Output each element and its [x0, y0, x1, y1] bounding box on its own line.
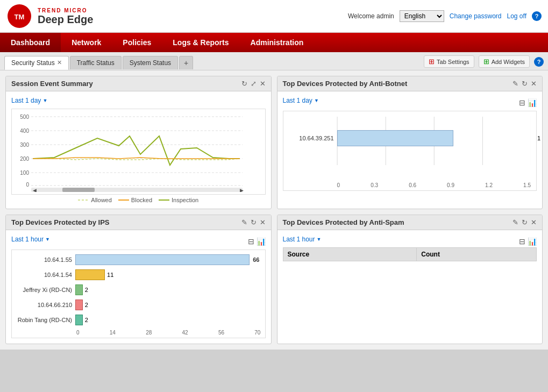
ips-row-2-bar-wrap: 2	[75, 284, 261, 295]
anti-botnet-view-icons: ⊟ 📊	[519, 98, 537, 107]
ips-table-view-icon[interactable]: ⊟	[248, 237, 254, 246]
nav-policies[interactable]: Policies	[112, 33, 162, 52]
anti-botnet-widget: Top Devices Protected by Anti-Botnet ✎ ↻…	[277, 76, 543, 209]
ips-row-3-label: 10.64.66.210	[16, 302, 75, 308]
anti-botnet-close-icon[interactable]: ✕	[531, 80, 537, 88]
main-nav: Dashboard Network Policies Logs & Report…	[0, 33, 548, 52]
anti-botnet-chart-view-icon[interactable]: 📊	[528, 98, 537, 107]
svg-text:0: 0	[26, 182, 29, 188]
ips-time-filter[interactable]: Last 1 hour	[11, 236, 50, 243]
anti-spam-title: Top Devices Protected by Anti-Spam	[283, 218, 404, 226]
tab-help-icon[interactable]: ?	[534, 57, 544, 67]
ips-row-4-bar	[75, 315, 83, 325]
add-widgets-label: Add Widgets	[492, 59, 525, 65]
session-event-controls: ↻ ⤢ ✕	[241, 80, 266, 88]
svg-text:▶: ▶	[240, 188, 244, 192]
tab-traffic-status-label: Traffic Status	[77, 59, 115, 67]
botnet-x-0: 0	[337, 182, 340, 188]
svg-text:400: 400	[20, 128, 29, 134]
svg-text:200: 200	[20, 156, 29, 162]
ips-chart: 10.64.1.55 66 10.64.1.54 11	[11, 250, 266, 338]
nav-network[interactable]: Network	[61, 33, 112, 52]
anti-botnet-table-view-icon[interactable]: ⊟	[519, 98, 525, 107]
legend-allowed-label: Allowed	[91, 197, 112, 203]
tab-system-status[interactable]: System Status	[123, 56, 178, 69]
ips-rows: 10.64.1.55 66 10.64.1.54 11	[16, 254, 261, 325]
tab-actions: ⊞ Tab Settings ⊞ Add Widgets ?	[424, 55, 544, 70]
anti-spam-col-source: Source	[283, 248, 417, 261]
tab-traffic-status[interactable]: Traffic Status	[70, 56, 122, 69]
botnet-bar-wrap: 1	[337, 130, 531, 146]
ips-x-42: 42	[182, 330, 188, 336]
change-password-link[interactable]: Change password	[450, 12, 502, 20]
tab-security-status[interactable]: Security Status ✕	[4, 56, 69, 70]
ips-row-2: Jeffrey Xi (RD-CN) 2	[16, 284, 261, 295]
ips-row-1-label: 10.64.1.54	[16, 272, 75, 278]
anti-botnet-controls: ✎ ↻ ✕	[513, 80, 537, 88]
nav-logs-reports[interactable]: Logs & Reports	[162, 33, 239, 52]
tab-settings-label: Tab Settings	[437, 59, 469, 65]
session-event-title: Session Event Summary	[11, 80, 93, 88]
log-off-link[interactable]: Log off	[507, 12, 526, 20]
anti-spam-body: Last 1 hour ⊟ 📊 Source Count	[277, 230, 543, 267]
tab-add-button[interactable]: +	[179, 56, 193, 69]
ips-x-70: 70	[254, 330, 260, 336]
anti-spam-edit-icon[interactable]: ✎	[513, 218, 518, 226]
session-chart-svg: 500 400 300 200 100 0 ◀	[14, 111, 245, 192]
botnet-x-09: 0.9	[447, 182, 454, 188]
anti-spam-refresh-icon[interactable]: ↻	[522, 218, 528, 226]
ips-title: Top Devices Protected by IPS	[11, 218, 110, 226]
ips-widget: Top Devices Protected by IPS ✎ ↻ ✕ Last …	[5, 215, 272, 344]
logo-area: TM TREND MICRO Deep Edge	[6, 3, 93, 29]
anti-spam-time-filter[interactable]: Last 1 hour	[283, 236, 322, 243]
anti-spam-close-icon[interactable]: ✕	[531, 218, 537, 226]
botnet-x-15: 1.5	[523, 182, 531, 188]
tab-settings-button[interactable]: ⊞ Tab Settings	[424, 55, 474, 68]
header-right: Welcome admin English Japanese Chinese C…	[348, 10, 542, 22]
ips-edit-icon[interactable]: ✎	[241, 218, 247, 226]
ips-close-icon[interactable]: ✕	[260, 218, 266, 226]
anti-botnet-refresh-icon[interactable]: ↻	[522, 80, 528, 88]
ips-row-3-bar-wrap: 2	[75, 300, 261, 310]
header: TM TREND MICRO Deep Edge Welcome admin E…	[0, 0, 548, 33]
anti-botnet-body: Last 1 day ⊟ 📊	[277, 91, 543, 196]
tab-system-status-label: System Status	[130, 59, 171, 67]
ips-row-3: 10.64.66.210 2	[16, 300, 261, 310]
language-select[interactable]: English Japanese Chinese	[400, 10, 444, 22]
botnet-x-03: 0.3	[371, 182, 378, 188]
ips-row-1: 10.64.1.54 11	[16, 269, 261, 280]
ips-x-14: 14	[110, 330, 116, 336]
session-event-close-icon[interactable]: ✕	[260, 80, 266, 88]
ips-row-0-label: 10.64.1.55	[16, 256, 75, 263]
legend-allowed: Allowed	[78, 197, 112, 203]
ips-x-28: 28	[146, 330, 152, 336]
welcome-text: Welcome admin	[348, 12, 394, 20]
ips-refresh-icon[interactable]: ↻	[251, 218, 257, 226]
anti-botnet-time-filter[interactable]: Last 1 day	[283, 97, 319, 104]
svg-text:TM: TM	[15, 13, 25, 21]
session-event-time-filter[interactable]: Last 1 day	[11, 97, 47, 104]
session-event-chart: 500 400 300 200 100 0 ◀	[11, 109, 266, 195]
help-icon[interactable]: ?	[532, 11, 542, 21]
svg-text:◀: ◀	[33, 188, 37, 192]
trendmicro-logo-icon: TM	[6, 3, 32, 29]
session-event-detach-icon[interactable]: ⤢	[251, 80, 257, 88]
ips-view-icons: ⊟ 📊	[248, 237, 266, 246]
svg-text:500: 500	[20, 114, 29, 120]
anti-spam-view-icons: ⊟ 📊	[519, 237, 537, 246]
anti-spam-chart-view-icon[interactable]: 📊	[528, 237, 537, 246]
ips-row-0-bar-wrap: 66	[75, 254, 261, 265]
session-event-refresh-icon[interactable]: ↻	[241, 80, 247, 88]
session-event-legend: Allowed Blocked Inspection	[11, 197, 266, 203]
add-widgets-button[interactable]: ⊞ Add Widgets	[479, 55, 530, 68]
ips-row-2-bar	[75, 284, 83, 295]
nav-administration[interactable]: Administration	[240, 33, 315, 52]
ips-row-2-label: Jeffrey Xi (RD-CN)	[16, 287, 75, 293]
ips-chart-view-icon[interactable]: 📊	[257, 237, 266, 246]
tab-security-status-close[interactable]: ✕	[57, 59, 62, 66]
svg-rect-15	[62, 188, 95, 192]
nav-dashboard[interactable]: Dashboard	[0, 33, 61, 52]
app-name: Deep Edge	[38, 13, 93, 25]
anti-spam-table-view-icon[interactable]: ⊟	[519, 237, 525, 246]
anti-botnet-edit-icon[interactable]: ✎	[513, 80, 518, 88]
